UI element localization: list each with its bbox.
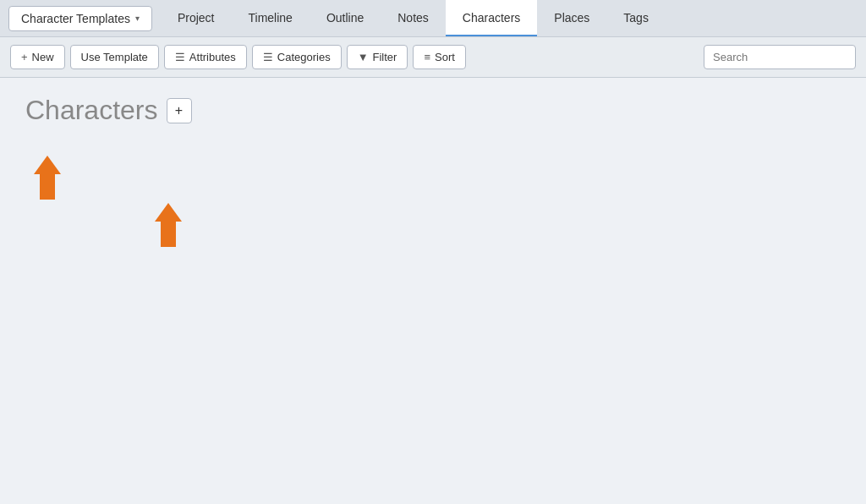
nav-tab-notes[interactable]: Notes — [381, 0, 446, 36]
filter-icon: ▼ — [358, 51, 369, 63]
arrow-1-head — [34, 156, 61, 174]
main-content: Characters + — [0, 78, 866, 504]
sort-icon: ≡ — [424, 51, 430, 63]
attributes-icon: ☰ — [175, 51, 185, 63]
use-template-label: Use Template — [81, 51, 148, 63]
use-template-button[interactable]: Use Template — [70, 45, 159, 69]
nav-tab-tags[interactable]: Tags — [606, 0, 666, 36]
arrow-indicator-1 — [34, 156, 61, 200]
categories-button[interactable]: ☰ Categories — [252, 45, 342, 69]
new-button[interactable]: + New — [10, 45, 65, 69]
sort-button[interactable]: ≡ Sort — [413, 45, 465, 69]
new-label: New — [32, 51, 54, 63]
character-templates-dropdown[interactable]: Character Templates ▾ — [8, 6, 152, 31]
plus-icon: + — [21, 51, 28, 63]
add-character-button[interactable]: + — [167, 98, 192, 123]
top-nav: Character Templates ▾ Project Timeline O… — [0, 0, 866, 37]
toolbar: + New Use Template ☰ Attributes ☰ Catego… — [0, 37, 866, 78]
nav-tab-characters[interactable]: Characters — [446, 0, 537, 36]
chevron-down-icon: ▾ — [135, 14, 140, 23]
arrow-1-container — [34, 156, 61, 200]
categories-label: Categories — [277, 51, 331, 63]
arrow-2-head — [155, 203, 182, 222]
filter-button[interactable]: ▼ Filter — [347, 45, 408, 69]
search-input[interactable] — [704, 45, 856, 69]
nav-tab-timeline[interactable]: Timeline — [232, 0, 310, 36]
nav-tabs: Project Timeline Outline Notes Character… — [161, 0, 666, 36]
sort-label: Sort — [435, 51, 455, 63]
section-title: Characters — [25, 95, 158, 126]
attributes-label: Attributes — [189, 51, 236, 63]
nav-tab-places[interactable]: Places — [537, 0, 606, 36]
categories-icon: ☰ — [263, 51, 273, 63]
filter-label: Filter — [373, 51, 397, 63]
arrow-2-container — [155, 203, 182, 247]
arrow-1-shaft — [40, 174, 55, 200]
arrow-indicator-2 — [155, 203, 182, 247]
nav-tab-outline[interactable]: Outline — [310, 0, 381, 36]
attributes-button[interactable]: ☰ Attributes — [164, 45, 247, 69]
arrow-2-shaft — [161, 222, 176, 247]
nav-tab-project[interactable]: Project — [161, 0, 232, 36]
dropdown-label: Character Templates — [21, 12, 130, 25]
section-header: Characters + — [25, 95, 841, 126]
